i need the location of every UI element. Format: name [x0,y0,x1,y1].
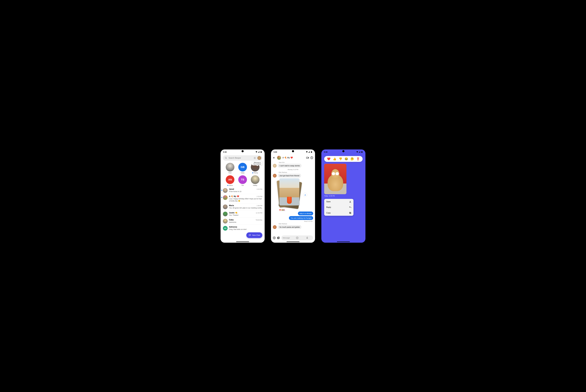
photo-thumb [279,178,299,206]
favorite-item[interactable]: PennyWelcome to blue bubbles! [249,163,261,174]
reaction-option[interactable]: ❤️ [327,157,330,160]
camera-cutout [292,150,294,152]
back-icon[interactable] [273,156,276,159]
menu-label: Reply [326,206,331,208]
menu-label: Copy [326,212,331,214]
chat-name: Gaby [229,219,234,221]
svg-rect-21 [361,151,362,152]
context-overlay: ❤️👍👎😂🤔‼️ Today 12:55 PM SaveReplyCopy [321,154,365,243]
svg-rect-22 [362,151,362,152]
chat-avatar: AD [223,226,228,230]
favorite-item[interactable]: GBGaby [236,163,249,174]
status-time: 5:00 [274,151,277,153]
chat-name: Jared [229,188,234,190]
wifi-icon [356,151,358,153]
status-icons [306,151,312,153]
reaction-option[interactable]: 🤔 [350,157,354,160]
timestamp-label: Monday 5:18 PM [273,169,313,170]
signal-icon [308,151,310,153]
unread-dot [221,190,222,191]
battery-icon [311,151,312,153]
context-menu-item[interactable]: Save [324,199,353,204]
video-call-icon[interactable] [306,156,309,159]
chat-row[interactable]: AD Adrienne Omg, that looks so nice! [223,225,262,232]
muted-icon [260,207,262,210]
favorites-grid: FamGBGabyPennyWelcome to blue bubbles!AN… [221,162,265,187]
search-bar[interactable] [223,155,262,161]
sender-avatar [273,174,277,178]
signal-icon [359,151,360,153]
chat-row[interactable]: Jared 3:25 PM I'll be home in 10 [223,187,262,194]
nav-handle [287,242,299,242]
chat-name: Maria [229,204,234,206]
message-row[interactable]: You are making me hungry [273,216,313,220]
chat-avatar [223,195,228,200]
info-icon[interactable] [310,156,313,159]
message-list: Jean Kim I can't wait to swap stories Mo… [271,161,315,234]
phone-inbox: 9:30 FamGBGabyPennyWelcome to blue bubbl… [219,148,266,244]
favorite-label: Tori [236,184,249,186]
message-input[interactable]: Message [281,236,313,240]
svg-point-2 [225,157,227,158]
nav-handle [337,242,350,242]
status-icons [356,151,363,153]
search-input[interactable] [229,157,252,159]
reaction-pill[interactable]: ❤️ [278,209,286,211]
favorite-item[interactable]: Fam [224,163,236,174]
chat-avatar [223,219,228,224]
camera-cutout [242,150,244,152]
gallery-icon[interactable] [277,236,280,239]
chat-row[interactable]: Justin 👊 12:26 PM You: Thanks! [223,210,262,218]
message-row[interactable]: I can't wait to swap stories [273,164,313,168]
chat-avatar [223,188,228,193]
settings-icon[interactable] [253,156,256,160]
conversation-header: A 🍕 My ❤️ [271,154,315,161]
profile-avatar[interactable] [257,156,261,160]
sender-label: Ellie Redman [279,223,313,225]
download-button[interactable] [303,193,307,197]
reaction-option[interactable]: 👍 [333,157,336,160]
chat-name: A 🍕 My ❤️ [229,195,239,198]
message-bubble: Just got back from Rome! [278,174,301,178]
svg-point-18 [297,238,297,238]
sender-label: Ellie Redman [279,172,313,173]
mic-icon[interactable] [303,236,312,239]
battery-icon [361,151,363,153]
favorite-item[interactable]: Hailey [249,175,261,186]
svg-rect-5 [311,151,312,152]
new-chat-fab[interactable]: New Chat [246,232,262,238]
photo-attachment[interactable]: ❤️ [278,178,301,210]
reaction-option[interactable]: ‼️ [356,157,360,160]
chat-preview: Awesome. [229,221,262,223]
chat-row[interactable]: Gaby Yesterday Awesome. [223,218,262,225]
context-menu-item[interactable]: Copy [324,210,353,216]
chat-time: 3:25 PM [257,188,262,190]
favorite-item[interactable]: ANAaron [224,175,236,186]
favorite-item[interactable]: TSTori [236,175,249,186]
unread-dot [221,197,222,198]
reaction-option[interactable]: 😂 [345,157,348,160]
chat-row[interactable]: Maria 1:08 PM You: All good, let's plan … [223,203,262,210]
favorite-label: Hailey [249,184,261,186]
svg-point-17 [296,237,298,239]
message-row[interactable]: Just got back from Rome! [273,174,313,178]
fab-label: New Chat [252,234,260,236]
add-icon[interactable] [273,236,276,239]
download-icon [349,200,351,203]
context-menu-item[interactable]: Reply [324,204,353,210]
group-avatar[interactable] [277,156,281,160]
message-placeholder: Message [283,237,292,239]
emoji-icon[interactable] [293,236,302,239]
photo-timestamp: Today 12:55 PM [324,195,363,197]
reaction-picker: ❤️👍👎😂🤔‼️ [324,156,363,162]
selected-photo[interactable] [324,164,346,194]
battery-icon [260,151,262,153]
message-row[interactable]: So much pasta and gelato [273,225,313,229]
chat-avatar [223,204,228,209]
chat-row[interactable]: A 🍕 My ❤️ 2:29 PM Lucy: Happy birthday E… [223,194,262,203]
svg-point-10 [312,157,312,157]
reaction-option[interactable]: 👎 [339,157,342,160]
message-row[interactable]: Italy is a dream [273,212,313,216]
chat-time: 1:08 PM [257,205,262,206]
conversation-title[interactable]: A 🍕 My ❤️ [282,156,305,159]
